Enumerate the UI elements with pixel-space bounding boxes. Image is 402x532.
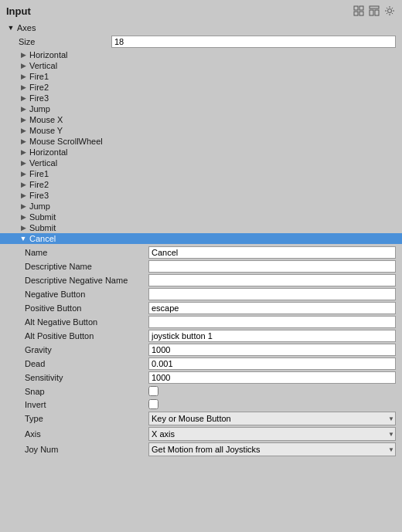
prop-sensitivity-input[interactable] — [148, 371, 396, 384]
prop-axis-label: Axis — [25, 429, 148, 439]
axes-header[interactable]: ▼ Axes — [0, 22, 402, 34]
tree-item-label: Fire1 — [29, 72, 49, 81]
prop-name-label: Name — [25, 248, 148, 257]
prop-alt-negative-button-input[interactable] — [148, 316, 396, 328]
tree-item-mousex[interactable]: ▶ Mouse X — [0, 114, 402, 125]
gear-icon[interactable] — [383, 5, 396, 17]
prop-axis-row: Axis X axis Y axis 3rd axis 4th axis ▼ — [25, 426, 396, 442]
tree-item-submit-2[interactable]: ▶ Submit — [0, 222, 402, 233]
prop-alt-positive-button-label: Alt Positive Button — [25, 331, 148, 341]
tree-item-label: Mouse ScrollWheel — [29, 137, 103, 146]
axes-size-label: Size — [19, 37, 111, 46]
input-panel: Input — [0, 0, 402, 532]
prop-alt-positive-button-input[interactable] — [148, 330, 396, 342]
arrow-icon: ▶ — [19, 147, 28, 157]
tree-item-label: Submit — [29, 212, 56, 222]
prop-descriptive-negative-name-input[interactable] — [148, 274, 396, 286]
tree-item-label: Submit — [29, 223, 56, 232]
prop-joy-num-select-wrapper: Get Motion from all Joysticks Joystick 1… — [148, 442, 396, 456]
tree-item-fire1-1[interactable]: ▶ Fire1 — [0, 71, 402, 82]
svg-rect-4 — [370, 6, 379, 8]
prop-descriptive-name-input[interactable] — [148, 260, 396, 273]
prop-snap-checkbox[interactable] — [148, 386, 158, 396]
tree-item-cancel[interactable]: ▼ Cancel — [0, 233, 402, 244]
arrow-icon: ▶ — [19, 61, 28, 70]
tree-item-jump-2[interactable]: ▶ Jump — [0, 201, 402, 212]
prop-snap-label: Snap — [25, 387, 148, 396]
tree-item-mousey[interactable]: ▶ Mouse Y — [0, 125, 402, 136]
arrow-icon: ▶ — [19, 93, 28, 103]
tree-item-label: Cancel — [29, 234, 56, 243]
prop-dead-row: Dead — [25, 357, 396, 371]
arrow-icon: ▶ — [19, 137, 28, 146]
tree-item-horizontal-2[interactable]: ▶ Horizontal — [0, 147, 402, 158]
prop-gravity-row: Gravity — [25, 343, 396, 357]
prop-joy-num-select[interactable]: Get Motion from all Joysticks Joystick 1… — [148, 442, 396, 456]
prop-descriptive-negative-name-label: Descriptive Negative Name — [25, 276, 148, 285]
tree-item-fire1-2[interactable]: ▶ Fire1 — [0, 168, 402, 179]
prop-axis-select[interactable]: X axis Y axis 3rd axis 4th axis — [148, 427, 396, 441]
panel-header: Input — [0, 0, 402, 20]
prop-sensitivity-row: Sensitivity — [25, 371, 396, 385]
arrow-icon: ▶ — [19, 180, 28, 189]
tree-item-label: Fire2 — [29, 180, 49, 189]
tree-item-label: Fire2 — [29, 83, 49, 92]
prop-axis-select-wrapper: X axis Y axis 3rd axis 4th axis ▼ — [148, 427, 396, 441]
tree-item-fire2-1[interactable]: ▶ Fire2 — [0, 82, 402, 93]
arrow-icon: ▶ — [19, 223, 28, 232]
tree-item-label: Vertical — [29, 61, 57, 70]
prop-descriptive-negative-name-row: Descriptive Negative Name — [25, 273, 396, 287]
arrow-icon: ▶ — [19, 126, 28, 135]
tree-item-label: Mouse X — [29, 115, 63, 124]
prop-alt-negative-button-label: Alt Negative Button — [25, 317, 148, 327]
tree-item-horizontal-1[interactable]: ▶ Horizontal — [0, 49, 402, 60]
svg-rect-3 — [359, 12, 363, 15]
prop-sensitivity-label: Sensitivity — [25, 373, 148, 382]
prop-snap-row: Snap — [25, 385, 396, 398]
prop-type-label: Type — [25, 414, 148, 423]
prop-dead-input[interactable] — [148, 357, 396, 370]
tree-item-fire3-1[interactable]: ▶ Fire3 — [0, 93, 402, 103]
prop-name-row: Name — [25, 246, 396, 259]
tree-item-label: Vertical — [29, 158, 57, 168]
arrow-icon: ▶ — [19, 104, 28, 114]
arrow-icon: ▶ — [19, 115, 28, 124]
tree-item-fire3-2[interactable]: ▶ Fire3 — [0, 190, 402, 201]
tree-item-label: Horizontal — [29, 147, 68, 157]
prop-alt-negative-button-row: Alt Negative Button — [25, 315, 396, 329]
svg-rect-0 — [354, 6, 358, 10]
svg-rect-5 — [370, 10, 373, 15]
prop-gravity-label: Gravity — [25, 345, 148, 354]
prop-gravity-input[interactable] — [148, 344, 396, 356]
prop-type-select[interactable]: Key or Mouse Button Mouse Movement Joyst… — [148, 412, 396, 425]
grid-icon[interactable] — [353, 5, 365, 17]
axes-expand-arrow: ▼ — [6, 23, 15, 32]
svg-rect-1 — [359, 6, 363, 10]
panel-title: Input — [6, 5, 31, 17]
tree-item-jump-1[interactable]: ▶ Jump — [0, 103, 402, 114]
axes-size-input[interactable] — [111, 36, 396, 48]
prop-name-input[interactable] — [148, 246, 396, 259]
tree-item-fire2-2[interactable]: ▶ Fire2 — [0, 179, 402, 190]
tree-item-vertical-2[interactable]: ▶ Vertical — [0, 158, 402, 168]
arrow-icon: ▶ — [19, 212, 28, 222]
prop-positive-button-row: Positive Button — [25, 301, 396, 315]
tree-item-label: Horizontal — [29, 50, 68, 59]
tree-item-submit-1[interactable]: ▶ Submit — [0, 212, 402, 222]
prop-negative-button-row: Negative Button — [25, 287, 396, 301]
arrow-icon: ▶ — [19, 202, 28, 211]
prop-negative-button-label: Negative Button — [25, 290, 148, 299]
tree-item-vertical-1[interactable]: ▶ Vertical — [0, 60, 402, 71]
tree-item-label: Jump — [29, 202, 50, 211]
axes-size-row: Size — [0, 34, 402, 49]
layout-icon[interactable] — [368, 5, 380, 17]
prop-positive-button-input[interactable] — [148, 302, 396, 314]
properties-section: Name Descriptive Name Descriptive Negati… — [0, 244, 402, 459]
arrow-icon: ▶ — [19, 83, 28, 92]
arrow-icon: ▶ — [19, 50, 28, 59]
tree-item-label: Fire3 — [29, 93, 49, 103]
prop-invert-checkbox[interactable] — [148, 399, 158, 409]
tree-item-mousescroll[interactable]: ▶ Mouse ScrollWheel — [0, 136, 402, 147]
prop-positive-button-label: Positive Button — [25, 303, 148, 313]
prop-negative-button-input[interactable] — [148, 288, 396, 300]
